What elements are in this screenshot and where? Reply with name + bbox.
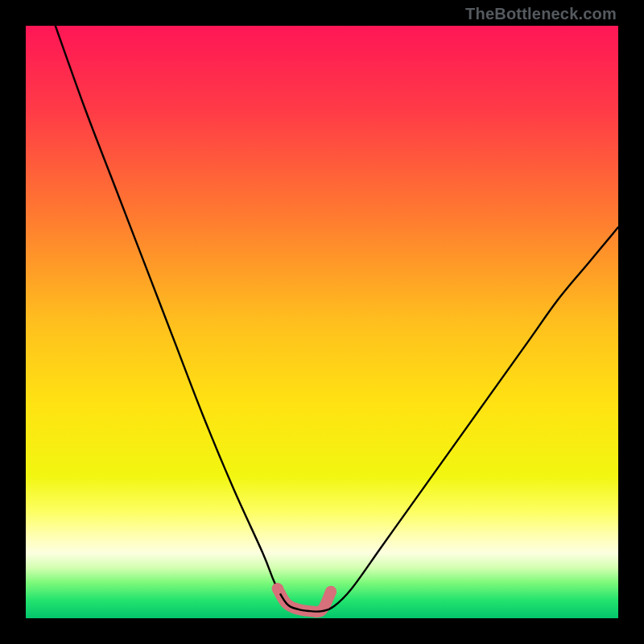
chart-stage: TheBottleneck.com	[0, 0, 644, 644]
optimal-band-end-dot	[272, 583, 283, 594]
chart-background-gradient	[26, 26, 618, 618]
chart-svg	[26, 26, 618, 618]
chart-plot-area	[26, 26, 618, 618]
watermark-text: TheBottleneck.com	[465, 5, 617, 23]
optimal-band-end-dot	[325, 586, 336, 597]
